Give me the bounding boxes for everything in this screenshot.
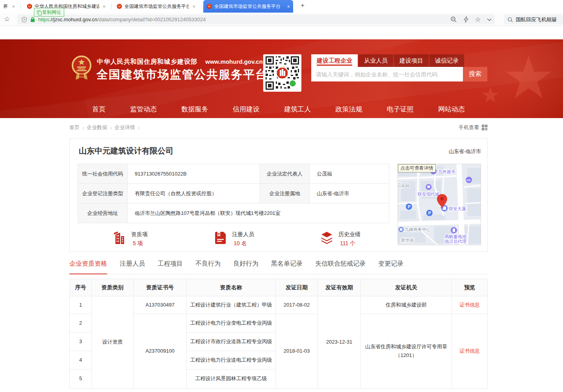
breadcrumb-row: 首页 › 企业数据 › 企业详情 › 手机查看 (69, 118, 488, 137)
chevron-down-icon[interactable] (487, 18, 492, 21)
tab-good-behavior[interactable]: 良好行为 (233, 260, 258, 274)
https-lock-icon (30, 17, 35, 22)
header-qr-code (263, 54, 301, 92)
nav-item-workers[interactable]: 建筑工人 (284, 105, 311, 114)
search-button[interactable]: 搜索 (463, 67, 487, 81)
tab-separator (20, 3, 21, 9)
site-header: ★ ★ 中华人民共和国住房和城乡建设部www.mohurd.gov.cn 全国建… (0, 39, 563, 118)
svg-text:九峰商务中心: 九峰商务中心 (405, 227, 431, 232)
search-tab-personnel[interactable]: 从业人员 (359, 54, 393, 67)
field-label: 企业法定代表人 (260, 164, 310, 184)
breadcrumb-company-data[interactable]: 企业数据 (87, 124, 107, 131)
category-cell: 设计资质 (92, 296, 134, 388)
company-card: 山东中元建筑设计有限公司 山东省-临沂市 统一社会信用代码 9137130267… (69, 139, 488, 252)
search-tabs: 建设工程企业 从业人员 建设项目 诚信记录 (311, 54, 487, 67)
new-tab-button[interactable]: + (298, 2, 307, 9)
svg-text:临沂总代理: 临沂总代理 (445, 239, 466, 244)
search-icon (507, 17, 513, 22)
breadcrumb-company-detail: 企业详情 (115, 124, 135, 131)
copy-icon (37, 10, 41, 14)
search-tab-project[interactable]: 建设项目 (394, 54, 429, 67)
field-label: 统一社会信用代码 (78, 164, 128, 184)
legal-rep-value: 公茂福 (310, 164, 389, 184)
toolbar-icons: ☆ (450, 15, 492, 24)
ministry-url: www.mohurd.gov.cn (205, 58, 263, 65)
platform-title: 全国建筑市场监管公共服务平台 (97, 67, 268, 83)
svg-text:九州超市: 九州超市 (438, 169, 455, 174)
tab-separator (111, 3, 111, 9)
certificate-info-link[interactable]: 证书信息 (452, 296, 488, 314)
field-label: 企业注册属地 (260, 184, 310, 203)
copy-url-tooltip: 复制网址 (34, 8, 64, 17)
certificate-book-icon (213, 231, 228, 245)
tab-projects[interactable]: 工程项目 (158, 260, 183, 274)
site-favicon-icon (117, 4, 122, 9)
zoom-out-icon[interactable] (450, 16, 457, 23)
svg-text:联安大厦: 联安大厦 (449, 206, 466, 211)
quick-search-box[interactable]: 国航回应飞机颠簸 (504, 15, 563, 24)
certificate-info-link[interactable]: 证书信息 (452, 314, 488, 388)
svg-text:凤帆蓄电池: 凤帆蓄电池 (445, 234, 466, 239)
tab-change-records[interactable]: 变更记录 (378, 260, 403, 274)
nav-item-site-news[interactable]: 网站动态 (438, 105, 465, 114)
national-emblem-logo (71, 54, 92, 81)
svg-text:ATM: ATM (466, 179, 470, 181)
validity-cell: 2023-12-31 (318, 296, 361, 388)
search-tab-enterprise[interactable]: 建设工程企业 (311, 54, 358, 67)
field-label: 企业登记注册类型 (78, 184, 128, 203)
lightning-icon[interactable] (463, 16, 469, 23)
address-bar[interactable]: https://jzsc.mohurd.gov.cn/data/company/… (17, 15, 495, 24)
qr-code-icon (481, 124, 488, 131)
breadcrumb-home[interactable]: 首页 (69, 124, 80, 131)
company-location-map[interactable]: 点击可查看详情 (398, 164, 481, 245)
layers-icon (320, 231, 334, 245)
map-overlay-hint: 点击可查看详情 (398, 164, 436, 172)
tab-close-icon[interactable]: × (12, 4, 15, 9)
browser-tab-strip: 界 × 中华人民共和国住房和城乡建设 × 全国建筑市场监管公共服务平台 × 全国… (0, 0, 563, 13)
tab-bad-behavior[interactable]: 不良行为 (195, 260, 221, 274)
company-name: 山东中元建筑设计有限公司 (79, 146, 173, 156)
browser-tab-partial[interactable]: 界 × (0, 0, 18, 13)
tab-close-icon[interactable]: × (102, 4, 106, 9)
nav-item-data-service[interactable]: 数据服务 (182, 105, 208, 114)
mobile-view-link[interactable]: 手机查看 (459, 124, 488, 131)
keyword-search-input[interactable] (311, 67, 463, 81)
stat-registered-personnel: 注册人员 10 名 (213, 231, 254, 247)
favorite-star-icon[interactable]: ☆ (475, 17, 481, 23)
site-favicon-icon (27, 4, 32, 9)
browser-tab-jzsc-1[interactable]: 全国建筑市场监管公共服务平台 × (113, 0, 199, 13)
svg-text:P: P (408, 205, 411, 209)
tab-blacklist[interactable]: 黑名单记录 (271, 260, 303, 274)
tab-qualifications[interactable]: 企业资质资格 (69, 260, 107, 274)
search-tab-credit[interactable]: 诚信记录 (429, 54, 464, 67)
tab-dishonesty[interactable]: 失信联合惩戒记录 (315, 260, 366, 274)
nav-item-e-license[interactable]: 电子证照 (387, 105, 414, 114)
main-navigation: 首页 监管动态 数据服务 信用建设 建筑工人 政策法规 电子证照 网站动态 (69, 100, 488, 118)
browser-tab-jzsc-active[interactable]: 全国建筑市场监管公共服务平台 × (203, 0, 293, 13)
stat-qualifications: 资质项 5 项 (112, 231, 148, 247)
svg-text:新华苑: 新华苑 (401, 238, 414, 242)
shield-icon[interactable] (21, 17, 27, 23)
site-favicon-icon (206, 4, 212, 9)
tab-close-icon[interactable]: × (287, 4, 290, 9)
map-image: 九州超市 ATM 记花园 联安现代城 联安大厦 P P 九峰商务中心 新华苑 凤… (398, 164, 481, 245)
nav-item-home[interactable]: 首页 (92, 105, 106, 114)
address-value: 临沂市兰山区陶然路107号星河晶都（联安）现代城1号楼2201室 (128, 203, 389, 223)
svg-text:记花园: 记花园 (398, 183, 409, 188)
bookmark-star-icon[interactable]: ☆ (4, 15, 10, 23)
tab-registered-personnel[interactable]: 注册人员 (120, 260, 145, 274)
reg-type-value: 有限责任公司（自然人投资或控股） (128, 184, 260, 203)
company-info-table: 统一社会信用代码 91371302675501022B 企业法定代表人 公茂福 … (78, 164, 389, 223)
table-header-row: 序号 资质类别 资质证书号 资质名称 发证日期 发证有效期 发证机关 预览 (70, 279, 488, 296)
nav-item-supervision[interactable]: 监管动态 (130, 105, 157, 114)
nav-item-credit[interactable]: 信用建设 (233, 105, 260, 114)
stat-historical-performance: 历史业绩 111 个 (320, 231, 360, 247)
company-region: 山东省-临沂市 (449, 148, 481, 155)
nav-item-policy[interactable]: 政策法规 (335, 105, 362, 114)
credit-code-value: 91371302675501022B (128, 164, 260, 184)
table-row: 1 设计资质 A137030497 工程设计建筑行业（建筑工程）甲级 2017-… (70, 296, 488, 314)
reg-region-value: 山东省-临沂市 (310, 184, 389, 203)
detail-tabs: 企业资质资格 注册人员 工程项目 不良行为 良好行为 黑名单记录 失信联合惩戒记… (69, 260, 488, 274)
tab-close-icon[interactable]: × (192, 4, 195, 9)
building-icon (112, 231, 127, 245)
